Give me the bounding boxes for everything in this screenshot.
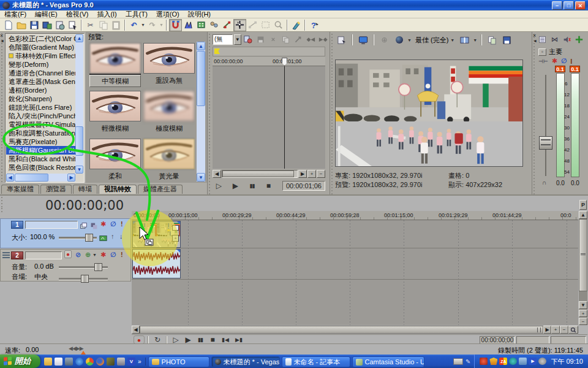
track2-volume-slider[interactable] — [59, 266, 108, 268]
preset-medium-blur[interactable]: 中等模糊 — [89, 43, 141, 87]
zoom-edit-tool-icon[interactable] — [272, 19, 285, 31]
vb-icon[interactable]: V — [127, 358, 135, 366]
next-keyframe-icon[interactable]: ▶◆ — [318, 34, 329, 45]
track-fx-plug-icon[interactable]: ⊕ — [85, 251, 91, 259]
preset-label[interactable]: 中等模糊 — [89, 75, 141, 87]
split-screen-dropdown-icon[interactable]: ▼ — [473, 38, 477, 42]
fx-list-item[interactable]: 黑和白(Black and White — [6, 155, 75, 163]
track-compositing-icon[interactable] — [89, 220, 99, 232]
track2-pan-slider[interactable] — [59, 278, 108, 280]
rate-value[interactable]: 0.00 — [26, 346, 39, 353]
save-icon[interactable] — [28, 19, 40, 31]
track-mute-icon[interactable]: ∅ — [110, 220, 116, 228]
taskbar-clock[interactable]: 下午 09:10 — [551, 357, 583, 366]
track-fx-auto-icon[interactable] — [99, 232, 108, 244]
video-output-icon[interactable] — [393, 34, 405, 46]
title-bar[interactable]: 未標題的 * - Vegas Pro 9.0 – □ × — [0, 0, 588, 10]
menu-edit[interactable]: 編輯(E) — [31, 10, 62, 18]
zoom-out-icon[interactable]: − — [317, 170, 325, 178]
preset-label[interactable]: 柔和 — [89, 169, 141, 183]
preset-label[interactable]: 輕微模糊 — [89, 121, 141, 135]
menu-tools[interactable]: 工具(T) — [121, 10, 152, 18]
play-from-start-icon[interactable]: ▷ — [213, 180, 225, 192]
downmix-output-icon[interactable]: ⋈ — [550, 33, 559, 45]
overflow-chevron-icon[interactable]: » — [138, 358, 141, 365]
track2-number[interactable]: 2 — [11, 251, 23, 259]
fx-list-item[interactable]: 陷入/突出(Pinch/Punch) — [6, 112, 75, 120]
preset-reset-none[interactable]: 重設為無 — [143, 43, 195, 87]
scroll-up-icon[interactable]: ▲ — [75, 34, 83, 42]
fx-list-item[interactable]: 色彩校正(二代)(Color Co — [6, 34, 75, 43]
ignore-grouping-icon[interactable] — [208, 19, 221, 31]
preset-vscrollbar[interactable]: ▲ ▼ — [197, 42, 205, 182]
marker-flag-icon[interactable] — [214, 48, 220, 54]
start-button[interactable]: 開始 — [0, 355, 40, 368]
fx-list-item[interactable]: 馬賽克(Pixelate) — [6, 137, 75, 146]
preset-light-blur[interactable]: 輕微模糊 — [89, 91, 141, 135]
fx-list-item[interactable]: 通道溶合(Channel Blend — [6, 69, 75, 77]
timeline-hscrollbar[interactable]: ◀ ▶ + − — [132, 326, 578, 334]
track-zoom-out-icon[interactable]: − — [579, 318, 587, 325]
timeline-dock-grip[interactable] — [0, 197, 4, 214]
fx-pin-icon[interactable]: ◄ — [0, 39, 4, 43]
envelope-edit-tool-icon[interactable] — [246, 19, 259, 31]
scrollbar-thumb[interactable] — [15, 174, 48, 182]
project-properties-icon[interactable] — [335, 34, 348, 46]
preset-yellow-glow[interactable]: 黃光暈 — [143, 139, 195, 183]
render-as-icon[interactable] — [40, 19, 53, 31]
track2-vol-value[interactable]: 0.0 dB — [34, 263, 54, 270]
document-icon[interactable] — [55, 358, 62, 366]
menu-help[interactable]: 說明(H) — [184, 10, 215, 18]
desktop-icon[interactable] — [65, 358, 73, 366]
firefox-icon[interactable] — [96, 358, 104, 366]
preset-thumbnail[interactable] — [89, 91, 141, 121]
track2-pan-value[interactable]: 中央 — [34, 272, 48, 282]
copy-icon[interactable] — [97, 19, 110, 31]
slider-thumb[interactable] — [81, 275, 89, 283]
fx-dropdown-icon[interactable]: ▼ — [92, 253, 97, 257]
save-preset-icon[interactable] — [255, 34, 266, 45]
tab-explorer[interactable]: 瀏覽器 — [40, 185, 72, 194]
timeline-time-display[interactable]: 00:00:00;00 — [6, 198, 129, 215]
preset-thumbnail[interactable] — [143, 43, 195, 74]
tab-media-generators[interactable]: 媒體產生器 — [138, 185, 183, 194]
play-icon[interactable]: ▶ — [229, 180, 242, 192]
lock-envelopes-icon[interactable] — [221, 19, 233, 31]
fx-list-item[interactable]: 菲林特效(Film Effects) — [6, 52, 75, 60]
tray-network-icon[interactable] — [519, 358, 527, 365]
zoom-tool-icon[interactable] — [568, 326, 578, 334]
scroll-right-icon[interactable]: ▶ — [298, 170, 307, 178]
track1-size-slider[interactable] — [59, 237, 97, 239]
timeline-zoom-in-icon[interactable]: + — [551, 326, 560, 334]
track-motion-icon[interactable] — [79, 220, 88, 232]
keyframe-playhead-head[interactable] — [282, 58, 287, 66]
pen-input-icon[interactable]: ✎ — [466, 358, 470, 365]
bus-solo-icon[interactable]: I — [570, 58, 572, 65]
quantize-to-frames-icon[interactable] — [195, 19, 208, 31]
audio-event[interactable] — [132, 249, 181, 278]
snap-icon[interactable] — [169, 19, 182, 31]
track-mute-icon[interactable]: ∅ — [110, 251, 116, 259]
master-fx-plugin-icon[interactable] — [575, 33, 584, 45]
task-button-camtasia[interactable]: Camtasia Studio - Unti... — [352, 356, 424, 367]
menu-view[interactable]: 檢視(V) — [62, 10, 93, 18]
dim-output-icon[interactable] — [562, 33, 571, 45]
scroll-right-icon[interactable]: ▶ — [543, 326, 551, 334]
preset-label[interactable]: 極度模糊 — [143, 121, 195, 135]
scrollbar-thumb[interactable] — [579, 219, 587, 291]
fx-dock-grip[interactable] — [0, 32, 4, 183]
preset-dropdown-arrow-icon[interactable]: ▼ — [234, 34, 241, 45]
preset-label[interactable]: 重設為無 — [143, 74, 195, 87]
tray-zonealarm-icon[interactable]: ZA — [499, 358, 507, 365]
tab-project-media[interactable]: 專案媒體 — [1, 185, 39, 194]
scroll-down-icon[interactable]: ▼ — [197, 173, 205, 182]
track-header-2[interactable]: 2 ● ⊘ ⊕ ▼ ✱ ∅ ! 音量: 0.0 dB 音場: 中央 — [0, 249, 131, 282]
keyframe-dock-grip[interactable] — [208, 32, 212, 194]
timeline-canvas[interactable]: + — [132, 220, 578, 325]
scroll-left-icon[interactable]: ◀ — [132, 326, 140, 334]
fx-list-item[interactable]: 邊框(Border) — [6, 86, 75, 94]
video-event[interactable]: + — [132, 221, 181, 248]
record-button[interactable]: ● — [134, 335, 145, 344]
fx-list-item[interactable]: 鏡頭光斑(Lens Flare) — [6, 103, 75, 112]
task-button-vegas[interactable]: 未標題的 * - Vegas P... — [211, 356, 280, 367]
